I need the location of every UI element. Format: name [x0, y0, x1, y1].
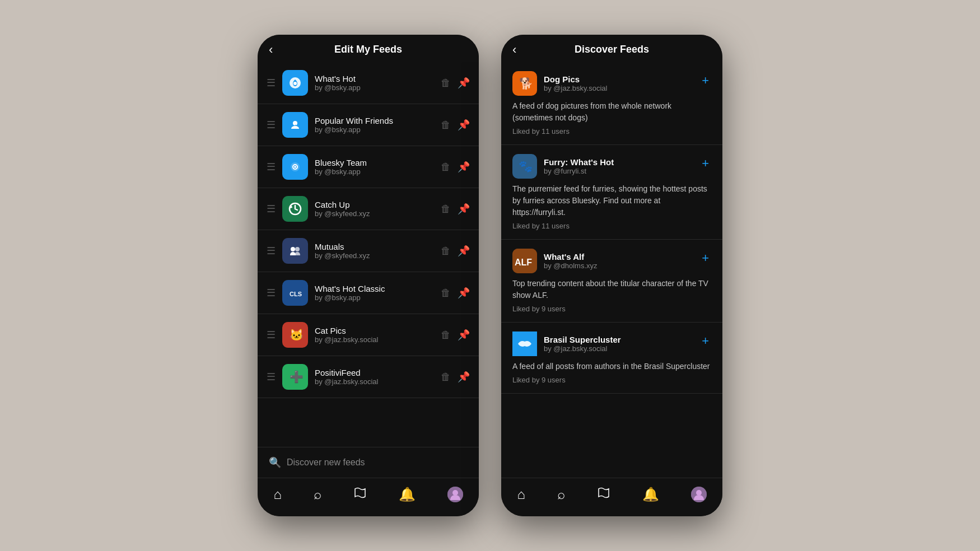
drag-handle-icon[interactable]: ☰ [267, 329, 276, 341]
feed-name: PositiviFeed [315, 368, 434, 377]
discover-feed-info: Brasil Supercluster by @jaz.bsky.social [512, 331, 621, 356]
feed-icon [512, 331, 537, 356]
nav-home[interactable]: ⌂ [269, 484, 286, 505]
svg-text:CLS: CLS [290, 291, 302, 297]
discover-new-feeds-row[interactable]: 🔍 Discover new feeds [258, 447, 479, 478]
nav-feeds[interactable] [349, 484, 371, 505]
feed-info: Mutuals by @skyfeed.xyz [315, 242, 434, 260]
discover-feed-header: 🐕 Dog Pics by @jaz.bsky.social + [512, 71, 711, 96]
feeds-icon [597, 486, 610, 503]
feed-name: Popular With Friends [315, 116, 434, 125]
feed-author: by @jaz.bsky.social [315, 335, 434, 344]
bottom-nav: ⌂ ⌕ 🔔 [501, 478, 722, 516]
feed-description: Top trending content about the titular c… [512, 278, 711, 301]
feed-actions: 🗑 📌 [441, 119, 470, 131]
feed-name: Brasil Supercluster [544, 335, 621, 344]
pin-button[interactable]: 📌 [458, 371, 470, 383]
pin-button[interactable]: 📌 [458, 119, 470, 131]
drag-handle-icon[interactable]: ☰ [267, 77, 276, 89]
pin-button[interactable]: 📌 [458, 287, 470, 299]
nav-feeds[interactable] [592, 484, 615, 505]
feed-icon: ➕ [282, 364, 308, 390]
list-item: ☰ Bluesky Team by @bsky.app [258, 146, 479, 188]
feed-description: A feed of dog pictures from the whole ne… [512, 100, 711, 124]
svg-text:ALF: ALF [515, 258, 532, 267]
nav-home[interactable]: ⌂ [512, 484, 530, 505]
feed-actions: 🗑 📌 [441, 203, 470, 215]
drag-handle-icon[interactable]: ☰ [267, 245, 276, 257]
drag-handle-icon[interactable]: ☰ [267, 119, 276, 131]
nav-search[interactable]: ⌕ [553, 484, 570, 505]
svg-text:🐱: 🐱 [290, 328, 303, 342]
feed-name: What's Hot [315, 74, 434, 83]
feed-description: A feed of all posts from authors in the … [512, 361, 711, 372]
discover-feeds-header: ‹ Discover Feeds [501, 35, 722, 62]
feed-icon: 🐕 [512, 71, 537, 96]
svg-point-22 [696, 490, 702, 496]
feed-author: by @skyfeed.xyz [315, 251, 434, 260]
back-button[interactable]: ‹ [269, 43, 273, 57]
back-button[interactable]: ‹ [512, 43, 516, 57]
feed-actions: 🗑 📌 [441, 371, 470, 383]
page-title: Edit My Feeds [334, 44, 402, 55]
add-feed-button[interactable]: + [699, 331, 711, 351]
discover-feed-info: ALF What's Alf by @dholms.xyz [512, 249, 598, 273]
list-item: ☰ Catch Up by @skyfeed.xyz 🗑 [258, 188, 479, 230]
delete-button[interactable]: 🗑 [441, 161, 451, 173]
delete-button[interactable]: 🗑 [441, 203, 451, 215]
search-icon: 🔍 [269, 456, 281, 469]
avatar [691, 487, 707, 502]
delete-button[interactable]: 🗑 [441, 329, 451, 341]
discover-feed-text: Furry: What's Hot by @furryli.st [544, 157, 614, 175]
pin-button[interactable]: 📌 [458, 329, 470, 341]
nav-search[interactable]: ⌕ [309, 484, 326, 505]
nav-notifications[interactable]: 🔔 [394, 484, 420, 505]
feed-info: Popular With Friends by @bsky.app [315, 116, 434, 134]
discover-feed-text: Brasil Supercluster by @jaz.bsky.social [544, 335, 621, 353]
feeds-icon [353, 486, 367, 503]
pin-button[interactable]: 📌 [458, 245, 470, 257]
feed-name: Dog Pics [544, 74, 607, 84]
pin-button[interactable]: 📌 [458, 77, 470, 89]
list-item: 🐕 Dog Pics by @jaz.bsky.social + A feed … [501, 62, 722, 145]
feed-info: Cat Pics by @jaz.bsky.social [315, 326, 434, 344]
add-feed-button[interactable]: + [699, 249, 711, 268]
feed-author: by @furryli.st [544, 167, 614, 175]
pin-button[interactable]: 📌 [458, 203, 470, 215]
svg-text:➕: ➕ [290, 370, 303, 384]
feed-info: What's Hot by @bsky.app [315, 74, 434, 92]
nav-profile[interactable] [687, 484, 711, 505]
drag-handle-icon[interactable]: ☰ [267, 203, 276, 215]
delete-button[interactable]: 🗑 [441, 245, 451, 257]
feed-icon: ALF [512, 249, 537, 273]
list-item: Brasil Supercluster by @jaz.bsky.social … [501, 323, 722, 394]
discover-feed-header: Brasil Supercluster by @jaz.bsky.social … [512, 331, 711, 356]
list-item: ☰ Popular With Friends by @bsky.app [258, 104, 479, 146]
discover-feed-text: Dog Pics by @jaz.bsky.social [544, 74, 607, 92]
drag-handle-icon[interactable]: ☰ [267, 287, 276, 299]
delete-button[interactable]: 🗑 [441, 371, 451, 383]
feed-author: by @skyfeed.xyz [315, 209, 434, 218]
feed-info: PositiviFeed by @jaz.bsky.social [315, 368, 434, 386]
discover-feed-header: ALF What's Alf by @dholms.xyz + [512, 249, 711, 273]
nav-profile[interactable] [443, 484, 468, 505]
feed-info: Catch Up by @skyfeed.xyz [315, 200, 434, 218]
feed-name: Cat Pics [315, 326, 434, 335]
add-feed-button[interactable]: + [699, 154, 711, 173]
drag-handle-icon[interactable]: ☰ [267, 371, 276, 383]
feed-icon [282, 70, 308, 96]
discover-feed-info: 🐕 Dog Pics by @jaz.bsky.social [512, 71, 607, 96]
feed-likes: Liked by 11 users [512, 222, 711, 230]
add-feed-button[interactable]: + [699, 71, 711, 90]
pin-button[interactable]: 📌 [458, 161, 470, 173]
nav-notifications[interactable]: 🔔 [638, 484, 664, 505]
feed-info: Bluesky Team by @bsky.app [315, 158, 434, 176]
bell-icon: 🔔 [399, 487, 416, 502]
delete-button[interactable]: 🗑 [441, 119, 451, 131]
delete-button[interactable]: 🗑 [441, 77, 451, 89]
delete-button[interactable]: 🗑 [441, 287, 451, 299]
feed-icon [282, 112, 308, 138]
feed-actions: 🗑 📌 [441, 77, 470, 89]
drag-handle-icon[interactable]: ☰ [267, 161, 276, 173]
svg-point-8 [291, 247, 295, 251]
